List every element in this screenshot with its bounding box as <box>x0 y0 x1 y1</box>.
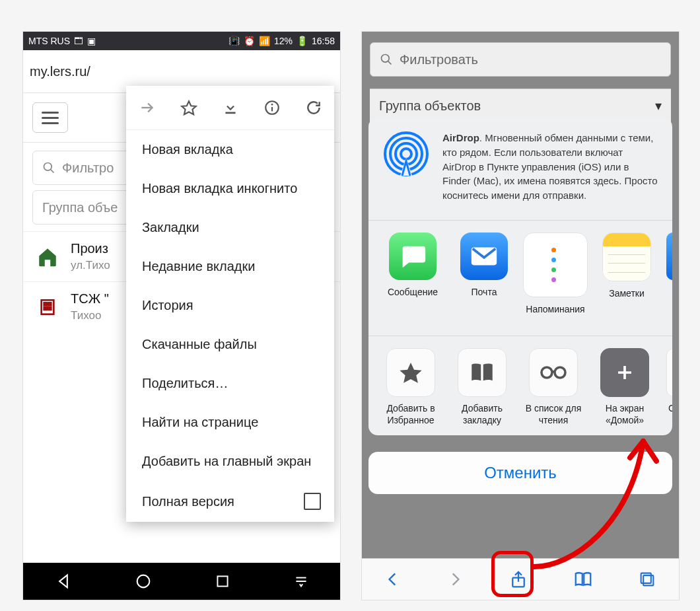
photo-icon: ▣ <box>87 36 96 46</box>
recent-softkey[interactable] <box>214 573 231 590</box>
home-icon <box>35 244 60 270</box>
action-more[interactable]: Ск <box>660 348 672 426</box>
reload-icon[interactable] <box>305 99 322 116</box>
share-notes[interactable]: Заметки <box>592 233 662 326</box>
url-text: my.lers.ru/ <box>30 64 90 79</box>
chat-bubble-icon <box>398 241 428 271</box>
menu-share[interactable]: Поделиться… <box>126 364 334 403</box>
home-softkey[interactable] <box>134 572 153 591</box>
svg-marker-24 <box>400 363 421 383</box>
item-title: Произ <box>71 241 110 256</box>
group-placeholder: Группа объектов <box>379 98 481 114</box>
menu-desktop-site[interactable]: Полная версия <box>126 481 334 522</box>
svg-rect-5 <box>44 307 47 310</box>
share-more[interactable] <box>663 233 672 326</box>
action-bookmark[interactable]: Добавить закладку <box>446 348 518 426</box>
cancel-button[interactable]: Отменить <box>368 452 672 494</box>
svg-point-0 <box>44 163 52 171</box>
airdrop-icon <box>383 131 429 177</box>
back-softkey[interactable] <box>54 572 73 591</box>
actions-row: Добавить в Избранное Добавить закладку В… <box>368 336 672 435</box>
svg-point-16 <box>271 104 273 106</box>
sim-icon: 🗔 <box>74 36 83 46</box>
item-title: ТСЖ " <box>71 291 109 306</box>
carrier-label: MTS RUS <box>28 36 70 46</box>
search-icon <box>380 53 393 66</box>
svg-point-7 <box>137 575 149 588</box>
svg-rect-13 <box>225 112 235 114</box>
star-icon[interactable] <box>180 99 197 116</box>
plus-icon <box>613 361 636 384</box>
mail-icon <box>469 241 499 271</box>
alarm-icon: ⏰ <box>244 36 255 46</box>
battery-pct: 12% <box>274 36 293 46</box>
android-nav-bar <box>23 563 340 600</box>
android-status-bar: MTS RUS 🗔 ▣ 📳 ⏰ 📶 12% 🔋 16:58 <box>23 32 340 50</box>
share-mail[interactable]: Почта <box>449 233 519 326</box>
menu-incognito[interactable]: Новая вкладка инкогнито <box>126 169 334 208</box>
menu-recent-tabs[interactable]: Недавние вкладки <box>126 247 334 286</box>
book-icon <box>468 359 496 386</box>
caret-down-icon: ▾ <box>655 98 662 114</box>
back-icon[interactable] <box>384 571 402 588</box>
svg-line-18 <box>388 61 392 65</box>
svg-point-26 <box>555 367 565 378</box>
search-icon <box>42 161 55 174</box>
airdrop-section[interactable]: AirDrop. Мгновенный обмен данными с теми… <box>368 118 672 221</box>
vibrate-icon: 📳 <box>228 36 240 46</box>
share-messages[interactable]: Сообщение <box>378 233 448 326</box>
svg-rect-4 <box>48 303 51 305</box>
group-placeholder: Группа объе <box>42 200 118 215</box>
star-filled-icon <box>398 359 424 386</box>
forward-icon[interactable] <box>139 99 156 116</box>
tabs-icon[interactable] <box>638 570 656 589</box>
svg-line-1 <box>51 170 54 173</box>
svg-rect-6 <box>48 307 51 310</box>
airdrop-text: AirDrop. Мгновенный обмен данными с теми… <box>442 131 658 203</box>
svg-point-25 <box>542 367 552 378</box>
svg-point-17 <box>382 55 390 63</box>
android-screenshot: MTS RUS 🗔 ▣ 📳 ⏰ 📶 12% 🔋 16:58 my.lers.ru… <box>23 32 340 600</box>
menu-bookmarks[interactable]: Закладки <box>126 208 334 247</box>
share-icon[interactable] <box>508 569 528 589</box>
ios-screenshot: Фильтровать Группа объектов ▾ <box>362 32 679 600</box>
action-reading-list[interactable]: В список для чтения <box>518 348 589 426</box>
svg-rect-31 <box>641 573 651 583</box>
item-subtitle: Тихоо <box>71 309 109 322</box>
item-subtitle: ул.Тихо <box>71 259 110 272</box>
signal-icon: 📶 <box>259 36 270 46</box>
glasses-icon <box>538 357 569 388</box>
forward-icon[interactable] <box>446 571 464 588</box>
filter-placeholder: Фильтро <box>62 161 114 176</box>
svg-marker-12 <box>182 101 196 114</box>
action-add-to-home[interactable]: На экран «Домой» <box>589 348 660 426</box>
menu-add-to-home[interactable]: Добавить на главный экран <box>126 442 334 481</box>
filter-placeholder: Фильтровать <box>400 52 478 67</box>
download-icon[interactable] <box>222 99 239 116</box>
menu-softkey[interactable] <box>293 573 310 590</box>
hamburger-button[interactable] <box>32 102 68 133</box>
share-apps-row: Сообщение Почта Напоминания <box>368 221 672 336</box>
action-favorite[interactable]: Добавить в Избранное <box>375 348 446 426</box>
clock-label: 16:58 <box>312 36 335 46</box>
svg-rect-3 <box>44 303 47 305</box>
info-icon[interactable] <box>263 99 281 116</box>
building-icon <box>35 295 60 320</box>
safari-toolbar <box>362 558 679 600</box>
menu-find[interactable]: Найти на странице <box>126 403 334 442</box>
battery-icon: 🔋 <box>297 36 308 46</box>
svg-rect-30 <box>643 575 653 585</box>
menu-new-tab[interactable]: Новая вкладка <box>126 130 334 169</box>
checkbox-icon[interactable] <box>304 493 321 510</box>
svg-rect-8 <box>217 576 227 586</box>
share-reminders[interactable]: Напоминания <box>520 233 590 326</box>
bookmarks-icon[interactable] <box>573 569 593 589</box>
menu-history[interactable]: История <box>126 286 334 325</box>
share-sheet: AirDrop. Мгновенный обмен данными с теми… <box>368 118 672 435</box>
menu-downloads[interactable]: Скачанные файлы <box>126 325 334 364</box>
filter-input[interactable]: Фильтровать <box>370 42 671 77</box>
chrome-overflow-menu: Новая вкладка Новая вкладка инкогнито За… <box>126 86 334 522</box>
